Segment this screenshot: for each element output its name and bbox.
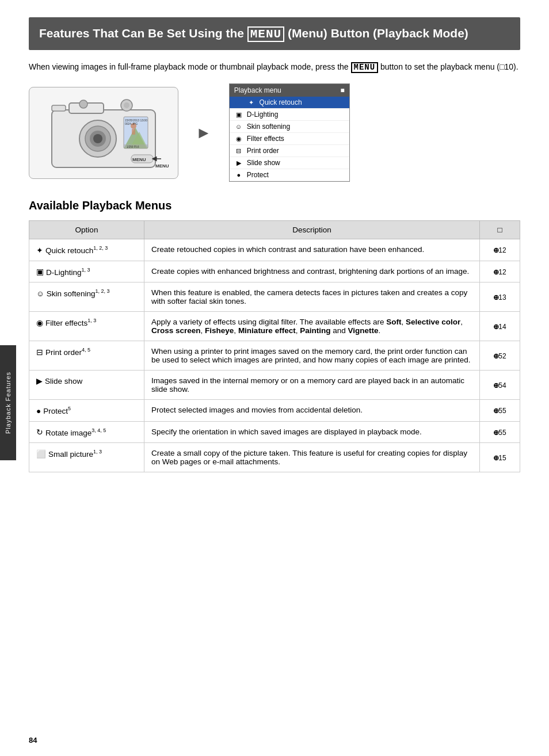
table-row: ☺Skin softening1, 2, 3When this feature … xyxy=(29,282,520,312)
description-cell: Create copies with enhanced brightness a… xyxy=(144,261,480,282)
page-number: 84 xyxy=(29,736,37,744)
bold-term: Soft xyxy=(386,318,401,326)
desc-text: Create retouched copies in which contras… xyxy=(151,245,424,254)
option-label: D-Lighting xyxy=(46,268,82,276)
option-icon: ⬜ xyxy=(36,450,46,459)
option-superscript: 5 xyxy=(68,406,71,411)
svg-text:MENU: MENU xyxy=(132,157,146,162)
arrow-right: ► xyxy=(196,124,212,142)
option-icon: ⊟ xyxy=(36,348,43,357)
camera-illustration: 15/05/2013 13:00 0024.JPG 1/250 F5.6 MEN… xyxy=(29,87,178,179)
option-cell: ✦Quick retouch1, 2, 3 xyxy=(29,239,144,261)
option-superscript: 1, 2, 3 xyxy=(96,288,110,294)
description-cell: Create retouched copies in which contras… xyxy=(144,239,480,261)
table-row: ◉Filter effects1, 3Apply a variety of ef… xyxy=(29,312,520,341)
page: Playback Features Features That Can Be S… xyxy=(0,0,549,756)
menu-word-header: MENU xyxy=(247,26,284,42)
desc-text: , xyxy=(460,318,463,326)
option-cell: ☺Skin softening1, 2, 3 xyxy=(29,282,144,312)
option-superscript: 1, 2, 3 xyxy=(93,245,108,251)
svg-point-5 xyxy=(93,134,102,143)
description-cell: Images saved in the internal memory or o… xyxy=(144,371,480,400)
col-description: Description xyxy=(144,221,480,239)
option-icon: ☺ xyxy=(36,289,44,298)
ref-icon: ⊕ xyxy=(493,352,498,360)
menu-word-intro: MENU xyxy=(351,62,379,73)
option-superscript: 1, 3 xyxy=(87,318,96,323)
pm-item-dlighting: ▣ D-Lighting xyxy=(230,109,349,121)
description-cell: Protect selected images and movies from … xyxy=(144,400,480,422)
option-superscript: 1, 3 xyxy=(93,449,102,455)
ref-value: ⊕13 xyxy=(493,293,506,301)
svg-point-19 xyxy=(124,102,129,108)
illustration-area: 15/05/2013 13:00 0024.JPG 1/250 F5.6 MEN… xyxy=(29,83,520,182)
pm-item-slide: ▶ Slide show xyxy=(230,157,349,169)
option-label: Protect xyxy=(43,407,68,415)
desc-text: , xyxy=(201,326,205,335)
option-label: Rotate image xyxy=(45,428,92,437)
ref-value: ⊕55 xyxy=(493,429,506,437)
table-row: ●Protect5Protect selected images and mov… xyxy=(29,400,520,422)
desc-text: When using a printer to print images sav… xyxy=(151,347,471,364)
option-label: Quick retouch xyxy=(45,246,93,255)
pm-item-quick-retouch: ► ✦ Quick retouch xyxy=(230,97,349,109)
pm-item-protect: ● Protect xyxy=(230,169,349,181)
option-cell: ▶Slide show xyxy=(29,371,144,400)
desc-text: Specify the orientation in which saved i… xyxy=(151,427,422,436)
description-cell: Apply a variety of effects using digital… xyxy=(144,312,480,341)
svg-rect-20 xyxy=(52,105,66,111)
bold-term: Miniature effect xyxy=(238,326,296,335)
table-row: ⬜Small picture1, 3Create a small copy of… xyxy=(29,443,520,472)
table-row: ✦Quick retouch1, 2, 3Create retouched co… xyxy=(29,239,520,261)
ref-icon: ⊕ xyxy=(493,268,498,276)
option-icon: ↻ xyxy=(36,428,43,437)
ref-value: ⊕54 xyxy=(493,381,506,390)
description-cell: When this feature is enabled, the camera… xyxy=(144,282,480,312)
ref-cell: ⊕14 xyxy=(480,312,520,341)
ref-icon: ⊕ xyxy=(493,407,498,415)
bold-term: Vignette xyxy=(348,326,378,335)
header-box: Features That Can Be Set Using the MENU … xyxy=(29,17,520,50)
ref-cell: ⊕12 xyxy=(480,239,520,261)
ref-icon: ⊕ xyxy=(493,454,498,462)
desc-text: Images saved in the internal memory or o… xyxy=(151,376,464,394)
desc-text: When this feature is enabled, the camera… xyxy=(151,288,467,306)
ref-value: ⊕14 xyxy=(493,323,506,331)
ref-value: ⊕12 xyxy=(493,246,506,254)
option-superscript: 4, 5 xyxy=(82,347,90,353)
table-header-row: Option Description □ xyxy=(29,221,520,239)
option-cell: ↻Rotate image3, 4, 5 xyxy=(29,421,144,443)
desc-text: Create a small copy of the picture taken… xyxy=(151,449,467,466)
option-label: Filter effects xyxy=(45,319,87,327)
col-ref: □ xyxy=(480,221,520,239)
table-row: ▣D-Lighting1, 3Create copies with enhanc… xyxy=(29,261,520,282)
option-icon: ◉ xyxy=(36,319,43,327)
desc-text: Apply a variety of effects using digital… xyxy=(151,318,386,326)
pm-item-skin: ☺ Skin softening xyxy=(230,121,349,133)
bold-term: Fisheye xyxy=(205,326,234,335)
pm-item-print: ⊟ Print order xyxy=(230,145,349,157)
option-label: Print order xyxy=(45,348,82,357)
table-row: ▶Slide showImages saved in the internal … xyxy=(29,371,520,400)
ref-value: ⊕15 xyxy=(493,454,506,462)
ref-cell: ⊕13 xyxy=(480,282,520,312)
option-cell: ⊟Print order4, 5 xyxy=(29,341,144,371)
camera-svg: 15/05/2013 13:00 0024.JPG 1/250 F5.6 MEN… xyxy=(35,93,173,173)
option-cell: ⬜Small picture1, 3 xyxy=(29,443,144,472)
ref-cell: ⊕55 xyxy=(480,400,520,422)
description-cell: Create a small copy of the picture taken… xyxy=(144,443,480,472)
svg-rect-10 xyxy=(132,129,135,135)
option-icon: ✦ xyxy=(36,246,43,255)
option-superscript: 3, 4, 5 xyxy=(92,427,106,433)
ref-value: ⊕12 xyxy=(493,268,506,276)
option-icon: ▣ xyxy=(36,268,44,276)
sidebar-label: Playback Features xyxy=(0,345,16,460)
ref-icon: ⊕ xyxy=(493,323,498,331)
desc-text: . xyxy=(378,326,380,335)
bold-term: Cross screen xyxy=(151,326,201,335)
option-icon: ▶ xyxy=(36,377,43,385)
ref-cell: ⊕12 xyxy=(480,261,520,282)
features-table: Option Description □ ✦Quick retouch1, 2,… xyxy=(29,220,520,472)
ref-cell: ⊕15 xyxy=(480,443,520,472)
ref-cell: ⊕54 xyxy=(480,371,520,400)
